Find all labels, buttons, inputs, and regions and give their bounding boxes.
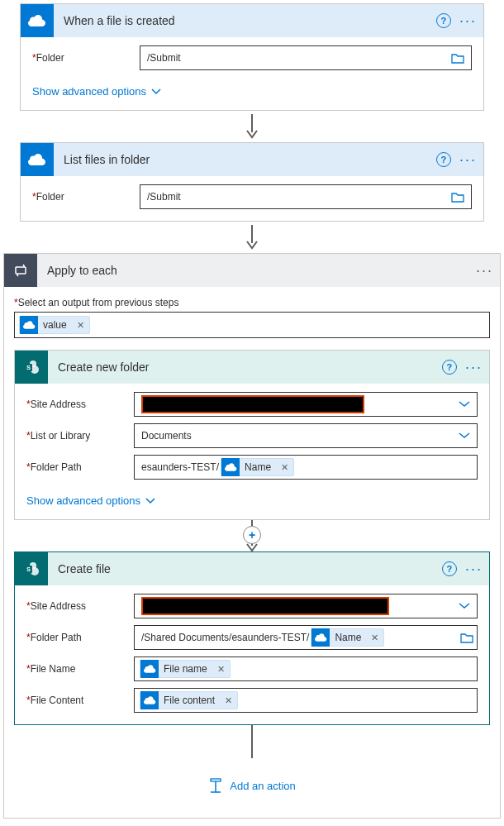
sharepoint-icon: S	[15, 351, 48, 384]
value-token[interactable]: value ✕	[19, 316, 90, 334]
folder-path-label: *Folder Path	[26, 461, 134, 473]
create-file-card: S Create file ? ··· *Site Address *F	[14, 551, 490, 725]
onedrive-icon	[21, 143, 54, 176]
add-action-button[interactable]: Add an action	[14, 758, 490, 808]
remove-token-icon[interactable]: ✕	[366, 633, 383, 643]
sharepoint-icon: S	[15, 552, 48, 585]
onedrive-icon	[140, 660, 159, 678]
connector-line	[14, 725, 490, 758]
onedrive-icon	[21, 4, 54, 37]
folder-value: /Submit	[147, 52, 181, 64]
select-output-input[interactable]: value ✕	[14, 312, 490, 338]
remove-token-icon[interactable]: ✕	[212, 664, 230, 675]
more-icon[interactable]: ···	[459, 151, 477, 169]
help-icon[interactable]: ?	[436, 13, 451, 28]
trigger-title: When a file is created	[54, 14, 436, 27]
site-address-label: *Site Address	[26, 600, 134, 612]
list-files-header[interactable]: List files in folder ? ···	[21, 143, 483, 176]
chevron-down-icon[interactable]	[459, 603, 470, 609]
name-token[interactable]: Name ✕	[221, 458, 294, 476]
connector-arrow	[3, 111, 501, 142]
file-name-label: *File Name	[26, 663, 134, 675]
list-files-title: List files in folder	[54, 153, 436, 166]
create-folder-header[interactable]: S Create new folder ? ···	[15, 351, 489, 384]
remove-token-icon[interactable]: ✕	[72, 320, 89, 331]
svg-text:S: S	[26, 566, 31, 572]
onedrive-icon	[140, 691, 159, 709]
help-icon[interactable]: ?	[442, 561, 457, 576]
remove-token-icon[interactable]: ✕	[276, 462, 293, 473]
file-content-label: *File Content	[26, 695, 134, 706]
loop-icon	[4, 254, 37, 287]
onedrive-icon	[221, 458, 240, 476]
chevron-down-icon	[145, 498, 155, 504]
onedrive-icon	[20, 316, 38, 334]
chevron-down-icon	[151, 88, 161, 95]
folder-picker-icon[interactable]	[460, 633, 473, 643]
trigger-card: When a file is created ? ··· *Folder /Su…	[20, 3, 484, 111]
site-address-input[interactable]	[134, 594, 478, 618]
svg-rect-13	[211, 779, 221, 781]
connector-arrow	[3, 222, 501, 253]
redacted-value	[141, 395, 364, 413]
more-icon[interactable]: ···	[465, 561, 483, 578]
folder-picker-icon[interactable]	[451, 192, 464, 203]
svg-text:S: S	[26, 365, 31, 370]
more-icon[interactable]: ···	[476, 262, 493, 279]
create-folder-card: S Create new folder ? ··· *Site Address	[14, 350, 490, 520]
advanced-options-link[interactable]: Show advanced options	[32, 85, 161, 98]
file-name-input[interactable]: File name ✕	[134, 657, 478, 681]
remove-token-icon[interactable]: ✕	[220, 695, 237, 706]
chevron-down-icon[interactable]	[459, 432, 470, 439]
folder-label: *Folder	[32, 191, 140, 203]
filename-token[interactable]: File name ✕	[140, 660, 231, 678]
folder-path-input[interactable]: /Shared Documents/esaunders-TEST/ Name ✕	[134, 625, 478, 650]
folder-label: *Folder	[32, 52, 140, 64]
folder-path-input[interactable]: esaunders-TEST/ Name ✕	[134, 455, 478, 480]
folder-path-label: *Folder Path	[26, 632, 134, 643]
list-library-label: *List or Library	[26, 430, 134, 442]
insert-step-button[interactable]: +	[243, 526, 261, 544]
onedrive-icon	[311, 628, 330, 647]
redacted-value	[141, 597, 389, 615]
folder-input[interactable]: /Submit	[140, 184, 472, 209]
advanced-options-link[interactable]: Show advanced options	[26, 494, 155, 507]
folder-value: /Submit	[147, 191, 181, 203]
trigger-header[interactable]: When a file is created ? ···	[21, 4, 483, 37]
create-file-title: Create file	[48, 562, 442, 575]
site-address-input[interactable]	[134, 392, 478, 417]
apply-to-each-header[interactable]: Apply to each ···	[4, 254, 500, 287]
chevron-down-icon[interactable]	[459, 401, 470, 408]
file-content-input[interactable]: File content ✕	[134, 688, 478, 713]
create-folder-title: Create new folder	[48, 360, 442, 374]
filecontent-token[interactable]: File content ✕	[140, 691, 238, 709]
loop-title: Apply to each	[37, 264, 476, 277]
add-action-icon	[208, 778, 223, 793]
select-output-label: *Select an output from previous steps	[14, 297, 490, 308]
list-files-card: List files in folder ? ··· *Folder /Subm…	[20, 142, 484, 222]
more-icon[interactable]: ···	[459, 12, 477, 30]
create-file-header[interactable]: S Create file ? ···	[15, 552, 489, 585]
more-icon[interactable]: ···	[465, 359, 483, 376]
site-address-label: *Site Address	[26, 399, 134, 410]
name-token[interactable]: Name ✕	[311, 628, 384, 647]
help-icon[interactable]: ?	[436, 152, 451, 167]
apply-to-each-card: Apply to each ··· *Select an output from…	[3, 253, 501, 819]
folder-input[interactable]: /Submit	[140, 45, 472, 70]
folder-picker-icon[interactable]	[451, 53, 464, 64]
list-library-input[interactable]: Documents	[134, 423, 478, 448]
help-icon[interactable]: ?	[442, 360, 457, 375]
